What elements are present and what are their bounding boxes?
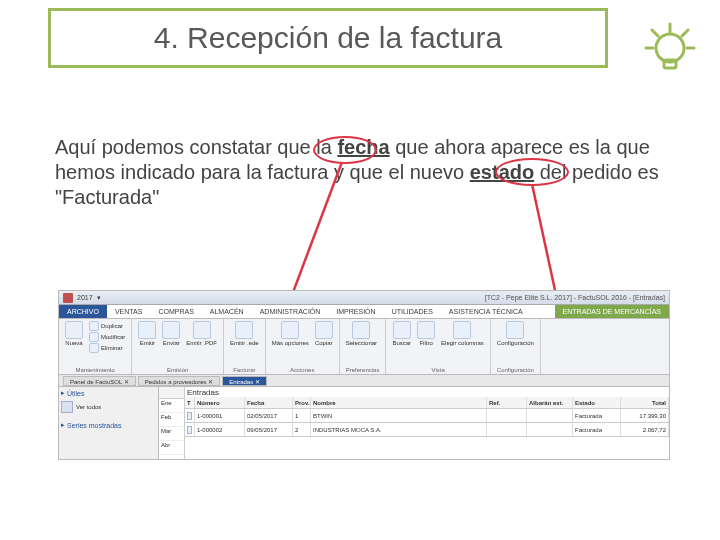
tab-almacen[interactable]: ALMACÉN <box>202 305 252 318</box>
col-estado[interactable]: Estado <box>573 397 621 408</box>
copy-icon <box>315 321 333 339</box>
buscar-button[interactable]: Buscar <box>392 321 411 346</box>
cell-albaran <box>527 409 573 422</box>
cell-prov: 2 <box>293 423 311 436</box>
app-logo-icon <box>63 293 73 303</box>
cell-numero: 1-000001 <box>195 409 245 422</box>
pdf-icon <box>193 321 211 339</box>
enviar-button[interactable]: Enviar <box>162 321 180 346</box>
cell-estado: Facturada <box>573 409 621 422</box>
grid-header-row: T Número Fecha Prov. Nombre Ref. Albarán… <box>185 397 669 409</box>
month-abr[interactable]: Abr <box>159 441 184 455</box>
window-titlebar: 2017 ▾ [TC2 - Pepe Elite S.L. 2017] - Fa… <box>59 291 669 305</box>
svg-line-3 <box>682 30 688 36</box>
tab-compras[interactable]: COMPRAS <box>150 305 201 318</box>
col-total[interactable]: Total <box>621 397 669 408</box>
modificar-button[interactable]: Modificar <box>89 332 125 342</box>
col-albaran[interactable]: Albarán ext. <box>527 397 573 408</box>
tab-archivo[interactable]: ARCHIVO <box>59 305 107 318</box>
filtro-button[interactable]: Filtro <box>417 321 435 346</box>
data-grid: Entradas T Número Fecha Prov. Nombre Ref… <box>185 387 669 459</box>
seleccionar-button[interactable]: Seleccionar <box>346 321 377 346</box>
doc-tab-entradas[interactable]: Entradas ✕ <box>222 376 267 386</box>
cell-fecha: 09/05/2017 <box>245 423 293 436</box>
ribbon-group-label: Mantenimiento <box>65 366 125 374</box>
print-icon <box>138 321 156 339</box>
month-header <box>159 387 184 399</box>
copiar-button[interactable]: Copiar <box>315 321 333 346</box>
ribbon-group-preferencias: Seleccionar Preferencias <box>340 319 387 374</box>
col-nombre[interactable]: Nombre <box>311 397 487 408</box>
side-section-utiles[interactable]: ▸Útiles <box>61 389 156 397</box>
callout-circle-fecha <box>313 136 377 164</box>
ribbon-group-label: Acciones <box>272 366 333 374</box>
send-icon <box>162 321 180 339</box>
tab-ventas[interactable]: VENTAS <box>107 305 151 318</box>
col-t[interactable]: T <box>185 397 195 408</box>
svg-rect-1 <box>664 60 676 68</box>
cell-total: 17.399,30 <box>621 409 669 422</box>
col-ref[interactable]: Ref. <box>487 397 527 408</box>
cell-fecha: 02/05/2017 <box>245 409 293 422</box>
edit-icon <box>89 332 99 342</box>
doc-icon <box>187 426 192 434</box>
side-ver-todos[interactable]: Ver todos <box>61 399 156 415</box>
gear-icon <box>506 321 524 339</box>
tab-administracion[interactable]: ADMINISTRACIÓN <box>252 305 329 318</box>
side-section-series[interactable]: ▸Series mostradas <box>61 421 156 429</box>
svg-point-0 <box>656 34 684 62</box>
month-feb[interactable]: Feb <box>159 413 184 427</box>
duplicate-icon <box>89 321 99 331</box>
cell-ref <box>487 409 527 422</box>
svg-line-4 <box>652 30 658 36</box>
emitir-pdf-button[interactable]: Emitir .PDF <box>186 321 217 346</box>
cell-numero: 1-000002 <box>195 423 245 436</box>
ribbon-group-emision: Emitir Enviar Emitir .PDF Emisión <box>132 319 224 374</box>
emitir-button[interactable]: Emitir <box>138 321 156 346</box>
ribbon-group-label: Vista <box>392 366 483 374</box>
table-row[interactable]: 1-000001 02/05/2017 1 BTWIN Facturada 17… <box>185 409 669 423</box>
document-tabs: Panel de FactuSOL ✕ Pedidos a proveedore… <box>59 375 669 387</box>
nueva-button[interactable]: Nueva <box>65 321 83 353</box>
tab-asistencia[interactable]: ASISTENCIA TÉCNICA <box>441 305 531 318</box>
duplicar-button[interactable]: Duplicar <box>89 321 125 331</box>
ribbon-group-label: Configuración <box>497 366 534 374</box>
doc-tab-panel[interactable]: Panel de FactuSOL ✕ <box>63 376 136 386</box>
table-row[interactable]: 1-000002 09/05/2017 2 INDUSTRIAS MOCA S.… <box>185 423 669 437</box>
col-prov[interactable]: Prov. <box>293 397 311 408</box>
ede-icon <box>235 321 253 339</box>
ribbon-group-label: Emisión <box>138 366 217 374</box>
doc-tab-pedidos[interactable]: Pedidos a proveedores ✕ <box>138 376 220 386</box>
month-column: Ene Feb Mar Abr <box>159 387 185 459</box>
new-icon <box>65 321 83 339</box>
ribbon-group-mantenimiento: Nueva Duplicar Modificar Eliminar Manten… <box>59 319 132 374</box>
filter-icon <box>417 321 435 339</box>
columns-icon <box>453 321 471 339</box>
eliminar-button[interactable]: Eliminar <box>89 343 125 353</box>
config-button[interactable]: Configuración <box>497 321 534 346</box>
year-selector[interactable]: 2017 <box>77 294 93 301</box>
tab-impresion[interactable]: IMPRESIÓN <box>328 305 383 318</box>
sidebar: ▸Útiles Ver todos ▸Series mostradas <box>59 387 159 459</box>
ribbon-group-acciones: Más opciones Copiar Acciones <box>266 319 340 374</box>
grid-title: Entradas <box>185 387 669 397</box>
col-fecha[interactable]: Fecha <box>245 397 293 408</box>
ribbon-group-vista: Buscar Filtro Elegir columnas Vista <box>386 319 490 374</box>
slide-title-box: 4. Recepción de la factura <box>48 8 608 68</box>
month-ene[interactable]: Ene <box>159 399 184 413</box>
columnas-button[interactable]: Elegir columnas <box>441 321 484 346</box>
month-mar[interactable]: Mar <box>159 427 184 441</box>
cell-nombre: BTWIN <box>311 409 487 422</box>
ribbon: Nueva Duplicar Modificar Eliminar Manten… <box>59 319 669 375</box>
ribbon-tabs: ARCHIVO VENTAS COMPRAS ALMACÉN ADMINISTR… <box>59 305 669 319</box>
text-part: Aquí podemos constatar que la <box>55 136 337 158</box>
col-numero[interactable]: Número <box>195 397 245 408</box>
tab-entradas-mercancias[interactable]: ENTRADAS DE MERCANCÍAS <box>555 305 669 318</box>
lightbulb-icon <box>640 22 700 82</box>
cell-total: 2.067,72 <box>621 423 669 436</box>
emitir-ede-button[interactable]: Emitir .ede <box>230 321 259 346</box>
tab-utilidades[interactable]: UTILIDADES <box>384 305 441 318</box>
mas-opciones-button[interactable]: Más opciones <box>272 321 309 346</box>
qat-icon[interactable]: ▾ <box>97 294 101 302</box>
cell-albaran <box>527 423 573 436</box>
